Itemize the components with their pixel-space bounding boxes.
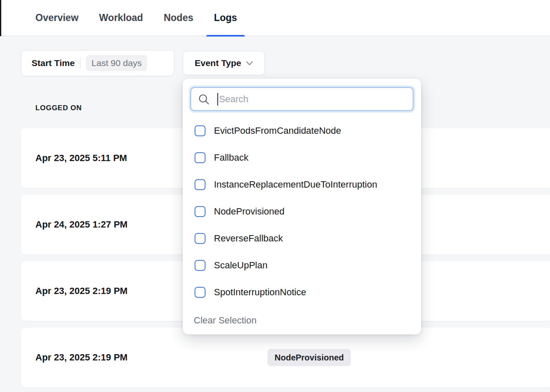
option-fallback[interactable]: Fallback: [190, 144, 414, 171]
option-label: NodeProvisioned: [214, 206, 285, 217]
option-reversefallback[interactable]: ReverseFallback: [190, 225, 414, 252]
option-label: Fallback: [214, 152, 248, 163]
checkbox-icon[interactable]: [195, 287, 206, 298]
checkbox-icon[interactable]: [195, 179, 206, 190]
checkbox-icon[interactable]: [195, 206, 206, 217]
start-time-label: Start Time: [32, 58, 75, 68]
option-label: EvictPodsFromCandidateNode: [214, 125, 341, 136]
checkbox-icon[interactable]: [195, 125, 206, 136]
logged-on-timestamp: Apr 23, 2025 5:11 PM: [35, 153, 127, 164]
tab-nodes[interactable]: Nodes: [164, 0, 193, 36]
option-spotinterruptionnotice[interactable]: SpotInterruptionNotice: [190, 279, 414, 306]
tab-workload[interactable]: Workload: [99, 0, 143, 36]
search-icon: [198, 93, 210, 105]
option-evictpodsfromcandidatenode[interactable]: EvictPodsFromCandidateNode: [190, 117, 414, 144]
logged-on-timestamp: Apr 23, 2025 2:19 PM: [35, 286, 128, 297]
tab-overview[interactable]: Overview: [35, 0, 78, 36]
checkbox-icon[interactable]: [195, 152, 206, 163]
tab-bar: Overview Workload Nodes Logs: [0, 0, 550, 36]
event-type-badge: NodeProvisioned: [267, 349, 351, 366]
option-label: ScaleUpPlan: [214, 260, 267, 271]
clear-selection-button[interactable]: Clear Selection: [194, 315, 256, 326]
logged-on-timestamp: Apr 24, 2025 1:27 PM: [35, 219, 128, 230]
option-nodeprovisioned[interactable]: NodeProvisioned: [190, 198, 414, 225]
option-label: SpotInterruptionNotice: [214, 287, 306, 298]
event-type-label: Event Type: [195, 58, 241, 68]
checkbox-icon[interactable]: [195, 260, 206, 271]
event-type-dropdown-panel: EvictPodsFromCandidateNode Fallback Inst…: [183, 79, 421, 334]
column-header-logged-on: LOGGED ON: [35, 104, 82, 112]
option-scaleupplan[interactable]: ScaleUpPlan: [190, 252, 414, 279]
log-row[interactable]: Apr 23, 2025 2:19 PM NodeProvisioned: [21, 328, 550, 387]
start-time-filter-button[interactable]: Start Time Last 90 days: [21, 50, 174, 76]
start-time-value: Last 90 days: [86, 55, 147, 71]
dropdown-search-input[interactable]: [218, 94, 406, 105]
dropdown-search-box[interactable]: [190, 87, 414, 111]
chevron-down-icon: [246, 61, 253, 66]
option-instancereplacementduetointerruption[interactable]: InstanceReplacementDueToInterruption: [190, 171, 414, 198]
window-edge: [0, 0, 1, 36]
event-type-filter-button[interactable]: Event Type: [183, 51, 265, 75]
divider: [80, 57, 80, 69]
tab-logs[interactable]: Logs: [214, 0, 237, 36]
option-label: ReverseFallback: [214, 233, 283, 244]
event-type-options-list: EvictPodsFromCandidateNode Fallback Inst…: [190, 117, 414, 306]
checkbox-icon[interactable]: [195, 233, 206, 244]
logged-on-timestamp: Apr 23, 2025 2:19 PM: [35, 352, 128, 363]
option-label: InstanceReplacementDueToInterruption: [214, 179, 377, 190]
